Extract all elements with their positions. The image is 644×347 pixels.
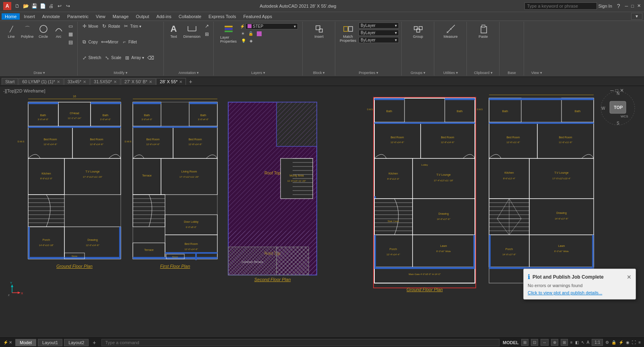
match-properties-button[interactable]: MatchProperties — [338, 23, 358, 43]
fullscreen-btn[interactable]: ⛶ — [632, 340, 636, 345]
dimension-button[interactable]: Dimension — [182, 23, 202, 39]
menu-annotate[interactable]: Annotate — [39, 13, 63, 20]
tab-close-28x55[interactable]: ✕ — [179, 80, 182, 84]
save-btn[interactable]: 💾 — [31, 2, 38, 10]
command-filter-btn[interactable]: ⚡ — [3, 340, 8, 345]
customize-btn[interactable]: ≡ — [638, 340, 641, 345]
layer-off-btn[interactable]: 💡 — [240, 38, 247, 44]
tab-close-31x50[interactable]: ✕ — [114, 80, 117, 84]
redo-btn[interactable]: ↪ — [64, 2, 72, 10]
tab-27x50[interactable]: 27' X 50' B* ✕ — [121, 78, 156, 85]
text-button[interactable]: A Text — [167, 23, 181, 39]
new-layout-btn[interactable]: + — [90, 339, 98, 347]
minimize-btn[interactable]: ─ — [625, 4, 628, 8]
layout-tab-layout1[interactable]: Layout1 — [38, 339, 62, 346]
gradient-button[interactable]: ▤ — [67, 39, 75, 46]
sign-in-link[interactable]: Sign In — [599, 4, 612, 8]
isolate-btn[interactable]: ◈ — [248, 38, 254, 44]
workspace-switch-btn[interactable]: ⚙ — [605, 340, 609, 345]
layout-tab-model[interactable]: Model — [15, 339, 36, 346]
lock-ui-btn[interactable]: 🔒 — [611, 340, 616, 345]
menu-featured[interactable]: Featured Apps — [240, 13, 275, 20]
tab-33x45[interactable]: 33x45* ✕ — [64, 78, 90, 85]
lineweight-selector[interactable]: ByLayer▾ — [359, 37, 399, 43]
new-tab-button[interactable]: + — [186, 78, 194, 86]
new-btn[interactable]: 🗋 — [14, 2, 21, 10]
tab-31x50[interactable]: 31.5X50* ✕ — [90, 78, 120, 85]
linetype-selector[interactable]: ByLayer▾ — [359, 30, 399, 36]
arc-button[interactable]: Arc — [52, 23, 66, 39]
circle-button[interactable]: Circle — [36, 23, 51, 39]
menu-express[interactable]: Express Tools — [205, 13, 239, 20]
menu-output[interactable]: Output — [133, 13, 153, 20]
paste-button[interactable]: Paste — [476, 23, 491, 39]
measure-button[interactable]: Measure — [442, 23, 459, 39]
notification-link[interactable]: Click to view plot and publish details..… — [528, 290, 632, 295]
scale-button[interactable]: ⤡Scale — [103, 54, 122, 62]
mirror-button[interactable]: ⟺Mirror — [100, 38, 120, 45]
saveas-btn[interactable]: 📄 — [39, 2, 46, 10]
menu-insert[interactable]: Insert — [21, 13, 38, 20]
rectangle-button[interactable]: ▭ — [67, 23, 75, 30]
menu-collaborate[interactable]: Collaborate — [175, 13, 204, 20]
tab-start[interactable]: Start — [2, 78, 18, 85]
help-btn[interactable]: ? — [617, 3, 620, 9]
close-btn[interactable]: ✕ — [637, 3, 641, 8]
snap-btn[interactable]: ⊡ — [531, 339, 538, 346]
nav-cube[interactable]: N W S TOP WCS — [600, 90, 636, 126]
insert-button[interactable]: Insert — [312, 23, 326, 39]
menu-view[interactable]: View — [93, 13, 109, 20]
menu-home[interactable]: Home — [2, 13, 20, 20]
tab-close-27x50[interactable]: ✕ — [149, 80, 152, 84]
line-button[interactable]: ╱ Line — [4, 23, 19, 39]
osnap-btn[interactable]: ⊞ — [561, 339, 568, 346]
trim-button[interactable]: ✂Trim ▾ — [122, 23, 142, 30]
annotation-scale-btn[interactable]: A — [587, 340, 590, 345]
menu-addins[interactable]: Add-ins — [153, 13, 175, 20]
layer-properties-button[interactable]: LayerProperties — [219, 23, 238, 44]
polyline-button[interactable]: ⌒ Polyline — [19, 23, 35, 39]
tab-28x55[interactable]: 28' X 55* ✕ — [156, 78, 186, 85]
rotate-button[interactable]: ↻Rotate — [100, 23, 121, 30]
fillet-button[interactable]: ⌐Fillet — [120, 38, 138, 45]
tab-close-60lymp[interactable]: ✕ — [57, 80, 60, 84]
isolate-btn[interactable]: ◉ — [626, 340, 630, 345]
stretch-button[interactable]: ⤢Stretch — [80, 54, 103, 62]
linewidth-btn[interactable]: ≡ — [570, 340, 573, 345]
drawing-area[interactable]: -][Top][2D Wireframe] ─ □ ✕ N W S TOP WC… — [0, 86, 644, 328]
erase-button[interactable]: ⌫ — [146, 54, 154, 62]
menu-parametric[interactable]: Parametric — [64, 13, 92, 20]
selection-btn[interactable]: ↖ — [581, 340, 584, 345]
table-button[interactable]: ⊞ — [203, 31, 211, 38]
array-button[interactable]: ⊞Array ▾ — [123, 54, 145, 62]
scale-display[interactable]: 1:1 — [592, 339, 603, 346]
open-btn[interactable]: 📂 — [22, 2, 29, 10]
freeze-layer-btn[interactable]: ☀ — [240, 31, 246, 37]
notification-close-button[interactable]: ✕ — [627, 274, 632, 280]
workspace-btn[interactable]: ▼ — [631, 13, 642, 20]
hw-accel-btn[interactable]: ⚡ — [619, 340, 623, 345]
color-selector[interactable]: ByLayer▾ — [359, 23, 399, 29]
color-layer-btn[interactable] — [256, 31, 263, 37]
command-input[interactable] — [105, 340, 496, 345]
polar-btn[interactable]: ⊕ — [551, 339, 558, 346]
layout-tab-layout2[interactable]: Layout2 — [64, 339, 89, 346]
tab-close-33x45[interactable]: ✕ — [83, 80, 86, 84]
tab-60lymp[interactable]: 60 LYMP (1) (1)* ✕ — [19, 78, 64, 85]
command-filter-icon[interactable]: ✕ — [9, 340, 12, 345]
lock-layer-btn[interactable]: 🔓 — [247, 31, 254, 37]
hatch-button[interactable]: ▦ — [67, 31, 75, 38]
leader-button[interactable]: ↗ — [203, 23, 211, 30]
layer-selector[interactable]: STEP ▾ — [246, 23, 298, 29]
menu-manage[interactable]: Manage — [109, 13, 132, 20]
move-button[interactable]: ✛Move — [80, 23, 99, 30]
group-button[interactable]: Group — [411, 23, 425, 39]
ortho-btn[interactable]: ↔ — [541, 339, 549, 346]
undo-btn[interactable]: ↩ — [56, 2, 63, 10]
app-icon[interactable]: A — [3, 2, 11, 10]
grid-btn[interactable]: ⊞ — [521, 339, 528, 346]
copy-button[interactable]: ⧉Copy — [80, 38, 99, 45]
transparency-btn[interactable]: ◧ — [575, 340, 579, 345]
search-input[interactable] — [524, 2, 597, 10]
print-btn[interactable]: 🖨 — [47, 2, 55, 10]
